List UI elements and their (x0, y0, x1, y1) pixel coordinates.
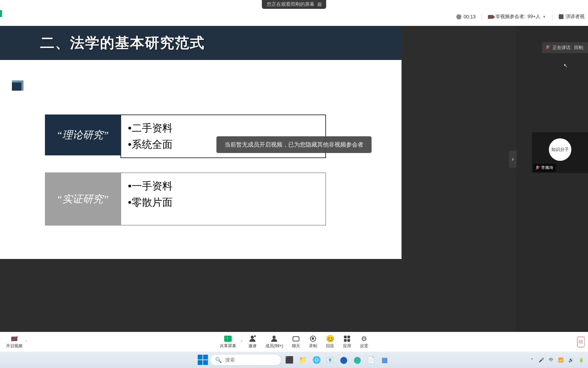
paradigm-empirical-content: •一手资料 •零散片面 (120, 172, 326, 226)
speaking-name: 田刚; (574, 45, 584, 51)
app-logo-strip (0, 10, 2, 17)
reactions-icon: 😊 (326, 335, 334, 342)
participant-name: 李佩琦 (541, 165, 553, 171)
gear-icon: ⚙ (360, 335, 368, 342)
participants-count: 99+人 (527, 14, 540, 20)
share-options-chevron[interactable]: ⌃ (240, 340, 243, 344)
apps-button[interactable]: 应用 (340, 335, 355, 349)
camera-off-icon (488, 15, 493, 19)
share-notice-menu-icon[interactable] (318, 3, 322, 6)
view-mode-label: 演讲者视 (566, 14, 585, 20)
control-label: 应用 (343, 343, 351, 349)
control-label: 设置 (360, 343, 368, 349)
task-view-button[interactable]: ⬛ (283, 354, 295, 366)
mouse-cursor: ↖ (564, 63, 568, 68)
control-label: 成员(99+) (265, 343, 283, 349)
ime-indicator[interactable]: 中 (549, 357, 553, 363)
video-options-chevron[interactable]: ⌃ (24, 340, 27, 344)
control-label: 共享屏幕 (220, 343, 236, 349)
record-button[interactable]: 录制 (306, 335, 321, 349)
share-screen-button[interactable]: 共享屏幕 (216, 335, 240, 349)
separator (481, 13, 482, 20)
record-icon (310, 336, 316, 342)
paradigm-empirical-label: “实证研究” (45, 172, 120, 226)
layout-icon (559, 14, 564, 19)
timer-text: 00:13 (463, 14, 475, 19)
control-label: 录制 (309, 343, 317, 349)
browser2-button[interactable]: ⬤ (338, 354, 349, 366)
video-panel: 正在讲话: 田刚; ↖ › 知识分子 李佩琦 (517, 26, 588, 332)
taskbar-search[interactable]: 🔍 (210, 354, 281, 366)
control-label: 回应 (326, 343, 334, 349)
share-notice-text: 您正在观看田刚的屏幕 (267, 1, 314, 7)
control-label: 邀请 (248, 343, 257, 349)
mail-button[interactable]: 📧 (324, 354, 336, 366)
battery-icon[interactable]: 🔋 (578, 357, 584, 363)
file-explorer-button[interactable]: 📁 (297, 354, 309, 366)
toggle-video-button[interactable]: 开启视频 (3, 335, 26, 349)
chevron-down-icon[interactable]: ▼ (542, 15, 546, 19)
browser3-button[interactable]: ⬤ (352, 354, 363, 366)
invite-button[interactable]: 邀请 (245, 335, 260, 349)
paradigm-theory-label: “理论研究” (45, 114, 120, 155)
speaking-prefix: 正在讲话: (553, 45, 572, 51)
collapse-panel-button[interactable]: › (509, 151, 517, 168)
search-input[interactable] (225, 357, 285, 363)
share-icon (224, 336, 232, 342)
participants-label: 非视频参会者: (495, 14, 525, 20)
invite-icon (249, 336, 256, 342)
paradigm-empirical: “实证研究” •一手资料 •零散片面 (45, 172, 326, 226)
separator (552, 13, 553, 20)
meeting-controls: 开启视频 ⌃ 共享屏幕 ⌃ 邀请 成员(99+) 聊天 录制 (0, 332, 588, 352)
windows-taskbar: 🔍 ⬛ 📁 🌐 📧 ⬤ ⬤ 📄 ▦ ⌃ 🎤 中 📶 🔊 🔋 (0, 352, 588, 368)
tray-mic-icon[interactable]: 🎤 (539, 357, 544, 363)
bullet: •一手资料 (128, 178, 318, 194)
avatar: 知识分子 (549, 138, 571, 161)
system-tray: ⌃ 🎤 中 📶 🔊 🔋 (530, 357, 584, 363)
non-video-participants[interactable]: 非视频参会者: 99+人 ▼ (488, 14, 546, 20)
edge-button[interactable]: 🌐 (311, 354, 322, 366)
slide-decoration-square (12, 80, 23, 91)
bullet: •零散片面 (128, 194, 318, 211)
meeting-timer: 00:13 (456, 14, 475, 19)
screen-share-notice[interactable]: 您正在观看田刚的屏幕 (262, 0, 326, 9)
volume-icon[interactable]: 🔊 (568, 357, 574, 363)
slide-title: 二、法学的基本研究范式 (0, 26, 402, 60)
chat-button[interactable]: 聊天 (289, 335, 304, 349)
meeting-info-bar: 00:13 非视频参会者: 99+人 ▼ 演讲者视 (0, 7, 588, 26)
clock-icon (456, 14, 461, 19)
bullet: •二手资料 (128, 120, 318, 136)
control-label: 聊天 (292, 343, 300, 349)
shared-screen-area: 二、法学的基本研究范式 “理论研究” •二手资料 •系统全面 “实证研究” •一… (0, 26, 517, 332)
video-hidden-toast: 当前暂无成员开启视频，已为您隐藏其他非视频参会者 (216, 136, 372, 153)
end-meeting-button[interactable]: 结 (577, 337, 585, 347)
camera-off-icon (10, 335, 18, 342)
mic-muted-icon (546, 45, 550, 50)
word-button[interactable]: 📄 (365, 354, 377, 366)
mic-muted-icon (536, 166, 540, 170)
reactions-button[interactable]: 😊 回应 (323, 335, 338, 349)
meeting-app-button[interactable]: ▦ (379, 354, 390, 366)
apps-icon (344, 336, 350, 342)
members-icon (271, 336, 277, 342)
view-mode-switch[interactable]: 演讲者视 (559, 14, 585, 20)
start-button[interactable] (198, 355, 208, 365)
control-label: 开启视频 (6, 343, 22, 349)
members-button[interactable]: 成员(99+) (262, 335, 287, 349)
wifi-icon[interactable]: 📶 (558, 357, 564, 363)
participant-tile[interactable]: 知识分子 李佩琦 (532, 132, 588, 173)
speaking-indicator: 正在讲话: 田刚; (542, 42, 588, 53)
participant-name-badge: 李佩琦 (533, 164, 556, 172)
tray-chevron[interactable]: ⌃ (530, 357, 534, 363)
search-icon: 🔍 (215, 357, 222, 363)
chat-icon (293, 336, 299, 341)
settings-button[interactable]: ⚙ 设置 (357, 335, 372, 349)
